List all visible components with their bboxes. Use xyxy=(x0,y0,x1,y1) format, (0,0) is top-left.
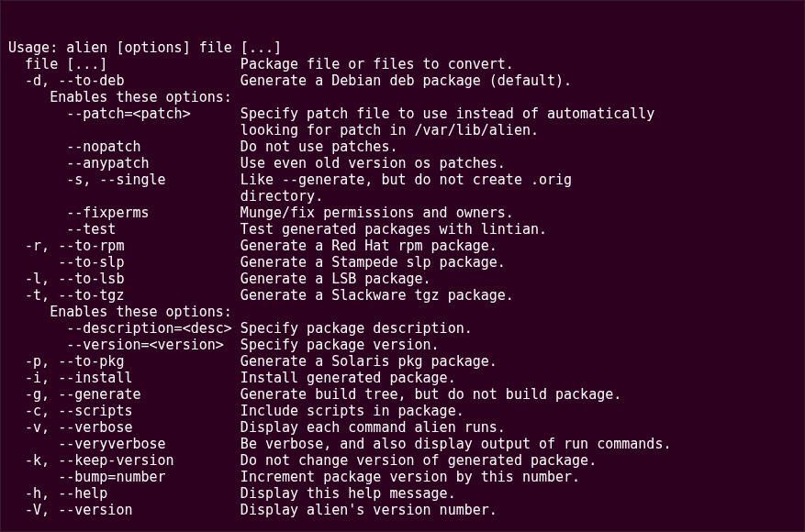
terminal[interactable]: Usage: alien [options] file [...] file [… xyxy=(1,1,804,532)
output-line: --anypatch Use even old version os patch… xyxy=(8,155,797,172)
output-line: -t, --to-tgz Generate a Slackware tgz pa… xyxy=(8,287,797,304)
output-line: -l, --to-lsb Generate a LSB package. xyxy=(8,271,797,287)
output-line: -s, --single Like --generate, but do not… xyxy=(8,172,797,188)
output-line: -k, --keep-version Do not change version… xyxy=(8,452,797,469)
output-line: -g, --generate Generate build tree, but … xyxy=(8,386,797,403)
output-line: --nopatch Do not use patches. xyxy=(8,139,797,155)
output-line: --veryverbose Be verbose, and also displ… xyxy=(8,436,797,452)
help-output: Usage: alien [options] file [...] file [… xyxy=(8,39,797,518)
output-line: Enables these options: xyxy=(8,304,797,320)
output-line: -r, --to-rpm Generate a Red Hat rpm pack… xyxy=(8,238,797,254)
output-line: --bump=number Increment package version … xyxy=(8,469,797,485)
output-line: --test Test generated packages with lint… xyxy=(8,221,797,238)
output-line: directory. xyxy=(8,188,797,205)
output-line: --description=<desc> Specify package des… xyxy=(8,320,797,337)
output-line: --patch=<patch> Specify patch file to us… xyxy=(8,105,797,122)
output-line: -p, --to-pkg Generate a Solaris pkg pack… xyxy=(8,353,797,370)
output-line: -c, --scripts Include scripts in package… xyxy=(8,403,797,419)
output-line: --fixperms Munge/fix permissions and own… xyxy=(8,205,797,221)
output-line: --version=<version> Specify package vers… xyxy=(8,337,797,353)
output-line: Usage: alien [options] file [...] xyxy=(8,39,797,56)
output-line: looking for patch in /var/lib/alien. xyxy=(8,122,797,139)
output-line: -v, --verbose Display each command alien… xyxy=(8,419,797,436)
output-line: file [...] Package file or files to conv… xyxy=(8,56,797,72)
output-line: -i, --install Install generated package. xyxy=(8,370,797,386)
output-line: -h, --help Display this help message. xyxy=(8,485,797,502)
output-line: -d, --to-deb Generate a Debian deb packa… xyxy=(8,72,797,89)
output-line: Enables these options: xyxy=(8,89,797,105)
output-line: --to-slp Generate a Stampede slp package… xyxy=(8,254,797,271)
output-line: -V, --version Display alien's version nu… xyxy=(8,502,797,518)
